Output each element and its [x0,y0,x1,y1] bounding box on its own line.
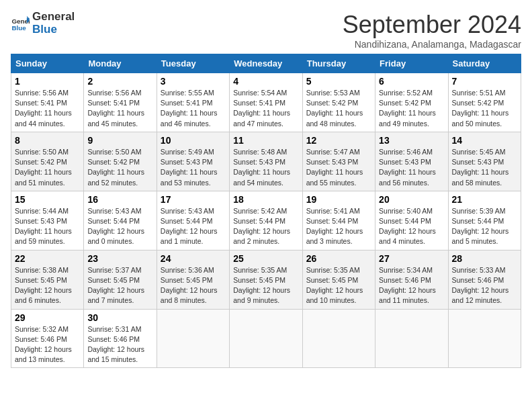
calendar-cell: 21Sunrise: 5:39 AM Sunset: 5:44 PM Dayli… [448,191,521,250]
day-info: Sunrise: 5:48 AM Sunset: 5:43 PM Dayligh… [233,147,298,188]
day-info: Sunrise: 5:53 AM Sunset: 5:42 PM Dayligh… [306,88,371,129]
day-number: 20 [379,194,444,205]
header-monday: Monday [84,54,157,73]
calendar-cell: 13Sunrise: 5:46 AM Sunset: 5:43 PM Dayli… [375,132,448,191]
day-number: 12 [306,135,371,146]
day-info: Sunrise: 5:43 AM Sunset: 5:44 PM Dayligh… [87,206,152,247]
day-number: 23 [87,253,152,264]
header-saturday: Saturday [448,54,521,73]
day-number: 21 [452,194,517,205]
calendar-cell: 8Sunrise: 5:50 AM Sunset: 5:42 PM Daylig… [11,132,84,191]
calendar-cell: 20Sunrise: 5:40 AM Sunset: 5:44 PM Dayli… [375,191,448,250]
day-number: 7 [452,76,517,87]
day-info: Sunrise: 5:52 AM Sunset: 5:42 PM Dayligh… [379,88,444,129]
day-number: 16 [87,194,152,205]
day-info: Sunrise: 5:56 AM Sunset: 5:41 PM Dayligh… [87,88,152,129]
day-info: Sunrise: 5:37 AM Sunset: 5:45 PM Dayligh… [87,265,152,306]
header-tuesday: Tuesday [157,54,229,73]
day-number: 2 [87,76,152,87]
calendar-cell: 6Sunrise: 5:52 AM Sunset: 5:42 PM Daylig… [375,73,448,132]
day-number: 9 [87,135,152,146]
calendar-cell: 9Sunrise: 5:50 AM Sunset: 5:42 PM Daylig… [84,132,157,191]
day-number: 22 [15,253,80,264]
day-number: 1 [15,76,80,87]
calendar-week-row: 1Sunrise: 5:56 AM Sunset: 5:41 PM Daylig… [11,73,521,132]
day-info: Sunrise: 5:50 AM Sunset: 5:42 PM Dayligh… [87,147,152,188]
calendar-week-row: 15Sunrise: 5:44 AM Sunset: 5:43 PM Dayli… [11,191,521,250]
day-info: Sunrise: 5:44 AM Sunset: 5:43 PM Dayligh… [15,206,80,247]
calendar-cell: 19Sunrise: 5:41 AM Sunset: 5:44 PM Dayli… [302,191,375,250]
header-wednesday: Wednesday [230,54,302,73]
calendar-cell: 5Sunrise: 5:53 AM Sunset: 5:42 PM Daylig… [302,73,375,132]
calendar-cell: 1Sunrise: 5:56 AM Sunset: 5:41 PM Daylig… [11,73,84,132]
calendar-cell: 17Sunrise: 5:43 AM Sunset: 5:44 PM Dayli… [157,191,229,250]
header-thursday: Thursday [302,54,375,73]
calendar-cell: 18Sunrise: 5:42 AM Sunset: 5:44 PM Dayli… [230,191,302,250]
day-info: Sunrise: 5:34 AM Sunset: 5:46 PM Dayligh… [379,265,444,306]
calendar-cell: 11Sunrise: 5:48 AM Sunset: 5:43 PM Dayli… [230,132,302,191]
calendar-cell: 27Sunrise: 5:34 AM Sunset: 5:46 PM Dayli… [375,250,448,309]
calendar-cell: 16Sunrise: 5:43 AM Sunset: 5:44 PM Dayli… [84,191,157,250]
header-friday: Friday [375,54,448,73]
day-number: 27 [379,253,444,264]
day-info: Sunrise: 5:41 AM Sunset: 5:44 PM Dayligh… [306,206,371,247]
logo-icon: General Blue [11,14,30,33]
calendar-cell: 25Sunrise: 5:35 AM Sunset: 5:45 PM Dayli… [230,250,302,309]
day-number: 28 [452,253,517,264]
calendar-cell: 23Sunrise: 5:37 AM Sunset: 5:45 PM Dayli… [84,250,157,309]
calendar-week-row: 8Sunrise: 5:50 AM Sunset: 5:42 PM Daylig… [11,132,521,191]
day-info: Sunrise: 5:39 AM Sunset: 5:44 PM Dayligh… [452,206,517,247]
calendar-cell: 10Sunrise: 5:49 AM Sunset: 5:43 PM Dayli… [157,132,229,191]
day-info: Sunrise: 5:47 AM Sunset: 5:43 PM Dayligh… [306,147,371,188]
day-number: 6 [379,76,444,87]
day-number: 11 [233,135,298,146]
calendar-cell: 24Sunrise: 5:36 AM Sunset: 5:45 PM Dayli… [157,250,229,309]
day-number: 8 [15,135,80,146]
day-info: Sunrise: 5:31 AM Sunset: 5:46 PM Dayligh… [87,324,152,365]
day-info: Sunrise: 5:38 AM Sunset: 5:45 PM Dayligh… [15,265,80,306]
calendar-cell: 15Sunrise: 5:44 AM Sunset: 5:43 PM Dayli… [11,191,84,250]
day-number: 19 [306,194,371,205]
day-info: Sunrise: 5:54 AM Sunset: 5:41 PM Dayligh… [233,88,298,129]
logo: General Blue General Blue [11,11,75,36]
calendar-cell: 2Sunrise: 5:56 AM Sunset: 5:41 PM Daylig… [84,73,157,132]
day-number: 24 [161,253,226,264]
day-info: Sunrise: 5:50 AM Sunset: 5:42 PM Dayligh… [15,147,80,188]
calendar-cell [375,309,448,368]
calendar-cell: 22Sunrise: 5:38 AM Sunset: 5:45 PM Dayli… [11,250,84,309]
day-number: 17 [161,194,226,205]
calendar-week-row: 22Sunrise: 5:38 AM Sunset: 5:45 PM Dayli… [11,250,521,309]
page-header: General Blue General Blue September 2024… [11,11,521,50]
day-info: Sunrise: 5:45 AM Sunset: 5:43 PM Dayligh… [452,147,517,188]
day-number: 25 [233,253,298,264]
day-number: 4 [233,76,298,87]
calendar-week-row: 29Sunrise: 5:32 AM Sunset: 5:46 PM Dayli… [11,309,521,368]
title-block: September 2024 Nandihizana, Analamanga, … [343,11,521,50]
day-info: Sunrise: 5:51 AM Sunset: 5:42 PM Dayligh… [452,88,517,129]
day-number: 15 [15,194,80,205]
calendar-cell: 7Sunrise: 5:51 AM Sunset: 5:42 PM Daylig… [448,73,521,132]
calendar-cell [448,309,521,368]
day-number: 30 [87,312,152,323]
day-number: 3 [161,76,226,87]
calendar-cell: 12Sunrise: 5:47 AM Sunset: 5:43 PM Dayli… [302,132,375,191]
day-info: Sunrise: 5:35 AM Sunset: 5:45 PM Dayligh… [306,265,371,306]
calendar-cell: 3Sunrise: 5:55 AM Sunset: 5:41 PM Daylig… [157,73,229,132]
day-info: Sunrise: 5:43 AM Sunset: 5:44 PM Dayligh… [161,206,226,247]
day-info: Sunrise: 5:36 AM Sunset: 5:45 PM Dayligh… [161,265,226,306]
day-info: Sunrise: 5:46 AM Sunset: 5:43 PM Dayligh… [379,147,444,188]
day-number: 10 [161,135,226,146]
calendar-cell: 30Sunrise: 5:31 AM Sunset: 5:46 PM Dayli… [84,309,157,368]
calendar-table: SundayMondayTuesdayWednesdayThursdayFrid… [11,54,521,368]
day-number: 26 [306,253,371,264]
day-info: Sunrise: 5:33 AM Sunset: 5:46 PM Dayligh… [452,265,517,306]
day-info: Sunrise: 5:35 AM Sunset: 5:45 PM Dayligh… [233,265,298,306]
calendar-cell: 26Sunrise: 5:35 AM Sunset: 5:45 PM Dayli… [302,250,375,309]
day-number: 5 [306,76,371,87]
calendar-header-row: SundayMondayTuesdayWednesdayThursdayFrid… [11,54,521,73]
logo-line1: General [32,11,75,24]
day-number: 13 [379,135,444,146]
location-subtitle: Nandihizana, Analamanga, Madagascar [343,39,521,50]
header-sunday: Sunday [11,54,84,73]
day-info: Sunrise: 5:40 AM Sunset: 5:44 PM Dayligh… [379,206,444,247]
